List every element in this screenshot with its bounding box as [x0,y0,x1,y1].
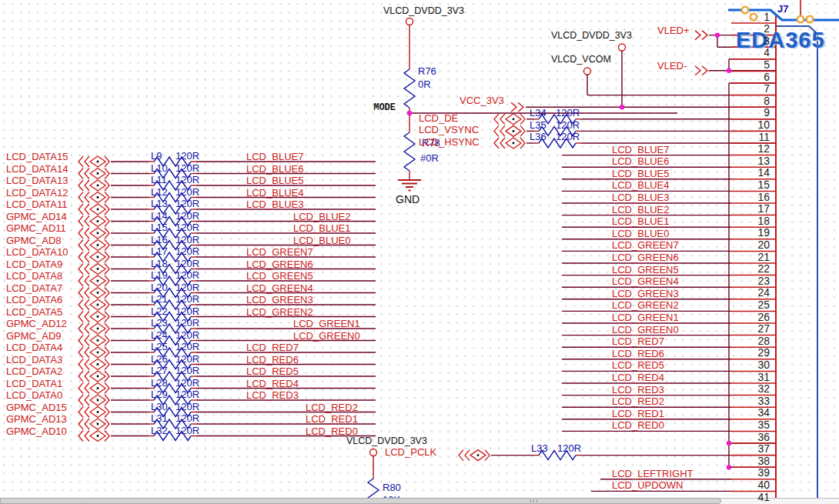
ref-l21: L21 [151,294,168,305]
port-icon-lcd_data5 [79,312,109,322]
ref-l34: L34 [530,108,547,118]
pin-number-34: 34 [731,407,770,419]
signal-label-lcd_data14: LCD_DATA14 [6,164,68,175]
scrollbar-grip [536,499,537,502]
net-label-lcd_red6: LCD_RED6 [246,355,299,365]
ref-l15: L15 [151,222,168,233]
resistor-r78[interactable] [404,132,415,171]
net-label-lcd_red1: LCD_RED1 [306,414,358,425]
ref-l17: L17 [151,246,168,257]
gnd-symbol[interactable] [398,180,421,191]
port-icon-gpmc_ad9 [79,335,109,346]
pin-net-label-lcd_green6: LCD_GREEN6 [612,252,679,263]
port-icon-lcd_data8 [79,275,109,286]
vertex-handle[interactable] [807,16,813,22]
pin-net-label-lcd_updown: LCD_UPDOWN [612,480,683,491]
port-icon-lcd_data13 [79,180,109,191]
pin-number-3: 3 [731,35,770,47]
net-label-lcd_blue6: LCD_BLUE6 [246,164,303,175]
pin-net-label-lcd_blue0: LCD_BLUE0 [612,229,669,239]
signal-label-gpmc_ad9: GPMC_AD9 [6,331,62,342]
net-label-lcd_blue4: LCD_BLUE4 [246,188,303,199]
value-r78: #0R [420,153,439,164]
net-label-lcd_blue5: LCD_BLUE5 [246,175,303,186]
pin-net-label-lcd_red2: LCD_RED2 [612,396,664,407]
net-label-vdd-right: VLCD_DVDD_3V3 [551,31,632,41]
pin-net-label-lcd_green4: LCD_GREEN4 [612,276,679,287]
signal-label-lcd_data1: LCD_DATA1 [6,379,62,389]
ref-l30: L30 [151,402,168,412]
vertex-handle[interactable] [797,16,804,22]
pin-net-label-lcd_green7: LCD_GREEN7 [612,240,679,251]
power-port-circle-vcom[interactable] [584,68,591,75]
net-label-lcd_red3: LCD_RED3 [246,390,299,401]
horizontal-scrollbar-thumb[interactable] [0,498,721,504]
signal-label-lcd_data5: LCD_DATA5 [6,307,62,318]
ref-l26: L26 [151,354,168,365]
net-label-lcd_green7: LCD_GREEN7 [246,247,313,258]
pin-net-label-lcd_blue5: LCD_BLUE5 [612,169,669,179]
pin-number-1: 1 [731,12,770,23]
pin-net-label-lcd_blue2: LCD_BLUE2 [612,205,669,215]
power-port-circle-vdd-top[interactable] [406,18,413,25]
net-label-lcd_blue1: LCD_BLUE1 [293,223,350,234]
signal-label-lcd_data13: LCD_DATA13 [6,175,68,186]
net-label-lcd_red4: LCD_RED4 [246,379,299,389]
net-label-lcd_red5: LCD_RED5 [246,366,299,377]
power-port-circle-vdd-right[interactable] [619,44,626,51]
pin-number-14: 14 [731,167,770,179]
pin-number-40: 40 [731,479,770,491]
pin-number-27: 27 [731,323,770,335]
pin-number-30: 30 [731,359,770,371]
value-l13: 120R [175,199,199,209]
pin-number-13: 13 [731,155,770,167]
port-icon-lcd_data11 [79,204,109,215]
resistor-r76[interactable] [404,69,415,108]
pin-number-38: 38 [731,456,770,467]
port-icon-lcd_data14 [79,169,109,179]
pin-net-label-lcd_red3: LCD_RED3 [612,385,664,396]
value-l9: 120R [175,151,199,162]
signal-label-gpmc_ad12: GPMC_AD12 [6,319,67,329]
ref-l14: L14 [151,211,168,222]
pin-number-15: 15 [731,179,770,191]
pin-number-39: 39 [731,467,770,479]
pin-number-25: 25 [731,299,770,311]
pin-number-10: 10 [731,119,770,131]
pin-number-6: 6 [731,72,770,83]
net-label-lcd_green2: LCD_GREEN2 [246,307,313,318]
ref-l28: L28 [151,378,168,389]
net-label-lcd_red2: LCD_RED2 [306,402,358,413]
value-r76: 0R [418,79,431,90]
bead-rows[interactable] [494,114,525,149]
signal-label-lcd_data10: LCD_DATA10 [6,247,68,258]
pin-net-label-lcd_red7: LCD_RED7 [612,336,664,347]
pin-number-12: 12 [731,143,770,155]
pin-net-label-lcd_blue6: LCD_BLUE6 [612,156,669,167]
value-l30: 120R [175,402,199,412]
ref-l11: L11 [151,175,167,185]
pin-number-11: 11 [731,132,770,143]
pin-number-9: 9 [731,107,770,118]
pin-number-32: 32 [731,383,770,395]
pin-number-4: 4 [731,47,770,58]
signal-label-lcd_data7: LCD_DATA7 [6,283,62,294]
vled-minus-arrow-icon [695,66,707,75]
pin-number-24: 24 [731,287,770,299]
ref-l22: L22 [151,306,168,317]
value-l31: 120R [175,413,199,424]
port-icon-lcd_data7 [79,288,109,299]
vcc-port-arrow-icon [511,102,523,112]
net-label-lcd_blue0: LCD_BLUE0 [293,235,350,246]
port-icon-lcd_data6 [79,299,109,310]
pin-number-20: 20 [731,239,770,251]
value-l34: 120R [556,108,580,118]
signal-label-lcd_data4: LCD_DATA4 [6,342,62,353]
signal-label-gpmc_ad8: GPMC_AD8 [6,235,62,246]
pin-net-label-lcd_blue3: LCD_BLUE3 [612,192,669,203]
power-port-circle-vdd-bottom[interactable] [370,449,377,456]
value-l33: 120R [557,443,581,454]
ref-l16: L16 [151,235,168,245]
schematic-canvas[interactable]: VLCD_DVDD_3V3 R76 0R MODE R78 #0R GND VL… [0,0,839,504]
signal-label-lcd_data8: LCD_DATA8 [6,271,62,282]
